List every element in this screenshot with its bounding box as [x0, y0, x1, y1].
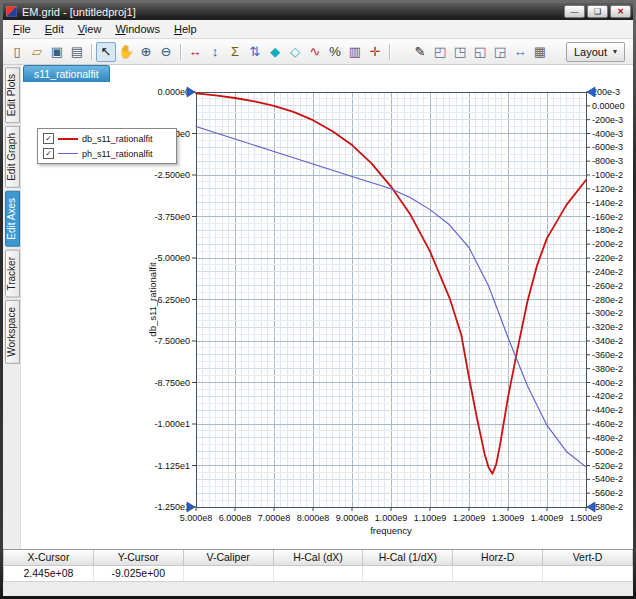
open-folder-icon[interactable]: ▱: [27, 42, 47, 62]
cursor-marker[interactable]: [587, 87, 595, 97]
trace-math-icon[interactable]: ∿: [305, 42, 325, 62]
minimize-button[interactable]: —: [564, 5, 585, 18]
y-right-tick-label: -460e-2: [592, 419, 623, 429]
side-tab[interactable]: Edit Graph: [5, 126, 20, 188]
pan-hand-icon[interactable]: ✋: [116, 42, 136, 62]
layout-top-right-icon[interactable]: ◳: [450, 42, 470, 62]
y-right-tick-label: -160e-2: [592, 212, 623, 222]
x-tick-label: 7.000e8: [258, 513, 291, 523]
print-icon[interactable]: ▤: [67, 42, 87, 62]
toolbar-gap: [394, 42, 410, 62]
y-right-tick-label: -360e-2: [592, 350, 623, 360]
y-right-tick-label: -560e-2: [592, 488, 623, 498]
y-right-tick-label: -260e-2: [592, 281, 623, 291]
y-left-tick-label: -6.250e0: [154, 295, 190, 305]
min-max-icon[interactable]: ⇅: [245, 42, 265, 62]
v-caliper-icon[interactable]: ↕: [205, 42, 225, 62]
status-column-value: -9.025e+00: [94, 566, 184, 581]
y-right-tick-label: -480e-2: [592, 433, 623, 443]
status-column-value: [543, 566, 633, 581]
side-tab[interactable]: Edit Axes: [5, 191, 20, 247]
x-tick-label: 6.000e8: [219, 513, 252, 523]
y-right-tick-label: -220e-2: [592, 253, 623, 263]
status-column-value: [453, 566, 543, 581]
x-tick-label: 1.100e9: [414, 513, 447, 523]
y-right-tick-label: -180e-2: [592, 225, 623, 235]
cursor-marker[interactable]: [187, 502, 195, 512]
grid-view-icon[interactable]: ▦: [530, 42, 550, 62]
legend-checkbox[interactable]: ✓: [43, 148, 54, 159]
document-tab-bar: s11_rationalfit: [21, 65, 633, 82]
y-left-tick-label: 0.000e0: [157, 87, 190, 97]
save-icon[interactable]: ▣: [47, 42, 67, 62]
marker-diamond-icon[interactable]: ◆: [265, 42, 285, 62]
annotate-pencil-icon[interactable]: ✎: [410, 42, 430, 62]
select-cursor-icon[interactable]: ↖: [96, 42, 116, 62]
status-header-row: X-Cursor Y-Cursor V-Caliper H-Cal (dX) H…: [3, 550, 633, 566]
document-tab[interactable]: s11_rationalfit: [23, 65, 110, 82]
y-right-tick-label: -540e-2: [592, 474, 623, 484]
new-file-icon[interactable]: ▯: [7, 42, 27, 62]
y-right-tick-label: -520e-2: [592, 461, 623, 471]
x-tick-label: 1.500e9: [570, 513, 603, 523]
status-filler: [3, 581, 633, 596]
toolbar-icons: ▯ ▱ ▣ ▤ ↖ ✋ ⊕ ⊖ ↔ ↕: [7, 42, 550, 62]
status-column-header: Horz-D: [453, 550, 543, 566]
cursor-marker[interactable]: [587, 502, 595, 512]
x-tick-label: 5.000e8: [180, 513, 213, 523]
close-button[interactable]: ✕: [610, 5, 631, 18]
fit-width-icon[interactable]: ↔: [510, 42, 530, 62]
status-column-value: [363, 566, 453, 581]
menu-item[interactable]: Help: [167, 21, 204, 37]
add-marker-icon[interactable]: ✛: [365, 42, 385, 62]
marker-diamond-alt-icon[interactable]: ◇: [285, 42, 305, 62]
y-axis-title: db_s11_rationalfit: [147, 262, 158, 337]
status-column-header: Y-Cursor: [94, 550, 184, 566]
status-column-header: X-Cursor: [4, 550, 94, 566]
menu-bar: File Edit View Windows Help: [3, 20, 633, 39]
h-caliper-icon[interactable]: ↔: [185, 42, 205, 62]
menu-item[interactable]: View: [71, 21, 109, 37]
y-right-tick-label: -580e-2: [592, 502, 623, 512]
y-right-tick-label: -340e-2: [592, 336, 623, 346]
layout-dropdown-label: Layout: [574, 46, 607, 58]
side-tab[interactable]: Edit Plots: [5, 67, 20, 123]
x-tick-label: 1.200e9: [453, 513, 486, 523]
side-tab[interactable]: Workspace: [5, 300, 20, 364]
layout-top-left-icon[interactable]: ◰: [430, 42, 450, 62]
zoom-out-icon[interactable]: ⊖: [156, 42, 176, 62]
percent-icon[interactable]: %: [325, 42, 345, 62]
y-right-tick-label: -240e-2: [592, 267, 623, 277]
y-left-tick-label: -1.125e1: [154, 461, 190, 471]
y-right-tick-label: -100e-2: [592, 170, 623, 180]
toolbar-separator: [385, 42, 394, 62]
window-title: EM.grid - [untitledproj1]: [22, 6, 559, 18]
layout-bottom-right-icon[interactable]: ◲: [490, 42, 510, 62]
restore-button[interactable]: ❏: [587, 5, 608, 18]
y-right-tick-label: -200e-3: [592, 115, 623, 125]
app-window: EM.grid - [untitledproj1] — ❏ ✕ File Edi…: [0, 0, 636, 599]
x-tick-label: 8.000e8: [297, 513, 330, 523]
layout-dropdown-button[interactable]: Layout ▾: [566, 42, 625, 62]
menu-item[interactable]: Edit: [38, 21, 71, 37]
side-tab[interactable]: Tracker: [5, 250, 20, 298]
menu-item[interactable]: Windows: [108, 21, 167, 37]
y-right-tick-label: -200e-2: [592, 239, 623, 249]
y-left-tick-label: -3.750e0: [154, 212, 190, 222]
x-tick-label: 1.300e9: [492, 513, 525, 523]
zoom-in-icon[interactable]: ⊕: [136, 42, 156, 62]
y-right-tick-label: -600e-3: [592, 142, 623, 152]
y-left-tick-label: -7.500e0: [154, 336, 190, 346]
title-bar[interactable]: EM.grid - [untitledproj1] — ❏ ✕: [3, 3, 633, 20]
layout-bottom-left-icon[interactable]: ◱: [470, 42, 490, 62]
cursor-marker[interactable]: [187, 87, 195, 97]
x-tick-label: 1.000e9: [375, 513, 408, 523]
y-right-tick-label: -300e-2: [592, 308, 623, 318]
y-left-tick-label: -2.500e0: [154, 170, 190, 180]
sum-icon[interactable]: Σ: [225, 42, 245, 62]
histogram-icon[interactable]: ▥: [345, 42, 365, 62]
y-left-tick-label: -1.250e1: [154, 502, 190, 512]
legend-checkbox[interactable]: ✓: [43, 133, 54, 144]
menu-item[interactable]: File: [6, 21, 38, 37]
status-column-header: Vert-D: [543, 550, 633, 566]
